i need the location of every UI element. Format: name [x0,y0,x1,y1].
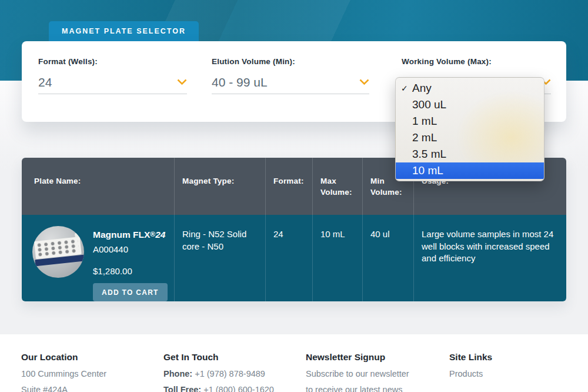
cell-max-volume: 10 mL [312,215,362,301]
dropdown-option[interactable]: 2 mL [396,129,544,146]
working-volume-label: Working Volume (Max): [402,57,551,66]
column-header-plate-name: Plate Name: [22,158,174,215]
dropdown-option[interactable]: ✓ Any [396,80,544,97]
footer-newsletter: Newsletter Signup Subscribe to our newsl… [306,352,409,392]
page-footer: Our Location 100 Cummings Center Suite #… [0,334,588,392]
product-name: Magnum FLX®24 [93,228,168,241]
column-header-max-volume: Max Volume: [312,158,362,215]
cell-usage: Large volume samples in most 24 well blo… [413,215,566,301]
format-wells-select[interactable]: 24 [38,72,187,94]
add-to-cart-button[interactable]: ADD TO CART [93,283,168,301]
cell-magnet-type: Ring - N52 Solid core - N50 [174,215,265,301]
footer-tollfree-line: Toll Free: +1 (800) 600-1620 [163,386,274,392]
working-volume-dropdown: ✓ Any 300 uL 1 mL 2 mL 3.5 mL 10 mL [395,77,544,181]
dropdown-option[interactable]: 3.5 mL [396,146,544,162]
cell-min-volume: 40 ul [362,215,413,301]
footer-newsletter-line: to receive our latest news [306,386,409,392]
footer-location-line: 100 Cummings Center [21,370,106,378]
footer-contact: Get In Touch Phone: +1 (978) 878-9489 To… [163,352,274,392]
elution-volume-select[interactable]: 40 - 99 uL [212,72,369,94]
footer-location: Our Location 100 Cummings Center Suite #… [21,352,106,392]
product-image [32,226,84,278]
dropdown-option[interactable]: 1 mL [396,113,544,129]
format-wells-label: Format (Wells): [38,57,187,66]
footer-newsletter-heading: Newsletter Signup [306,352,409,363]
magnet-plate-selector-tab[interactable]: MAGNET PLATE SELECTOR [49,21,199,41]
check-icon: ✓ [401,80,408,97]
footer-sitelinks: Site Links Products [449,352,492,378]
product-sku: A000440 [93,244,168,256]
footer-newsletter-line: Subscribe to our newsletter [306,370,409,378]
dropdown-option[interactable]: 300 uL [396,97,544,113]
footer-contact-heading: Get In Touch [163,352,274,363]
chevron-down-icon [177,79,187,85]
footer-location-heading: Our Location [21,352,106,363]
product-price: $1,280.00 [93,265,168,278]
elution-volume-field: Elution Volume (Min): 40 - 99 uL [212,57,369,94]
elution-volume-label: Elution Volume (Min): [212,57,369,66]
footer-location-line: Suite #424A [21,386,106,392]
cell-format: 24 [265,215,312,301]
dropdown-option-highlighted[interactable]: 10 mL [396,162,544,179]
elution-volume-value: 40 - 99 uL [212,75,268,89]
footer-sitelinks-heading: Site Links [449,352,492,363]
chevron-down-icon [359,79,369,85]
format-wells-value: 24 [38,75,52,89]
format-wells-field: Format (Wells): 24 [38,57,187,94]
footer-link-products[interactable]: Products [449,370,492,378]
footer-phone-line: Phone: +1 (978) 878-9489 [163,370,274,378]
table-row: Magnum FLX®24 A000440 $1,280.00 ADD TO C… [22,215,566,301]
column-header-magnet-type: Magnet Type: [174,158,265,215]
column-header-format: Format: [265,158,312,215]
